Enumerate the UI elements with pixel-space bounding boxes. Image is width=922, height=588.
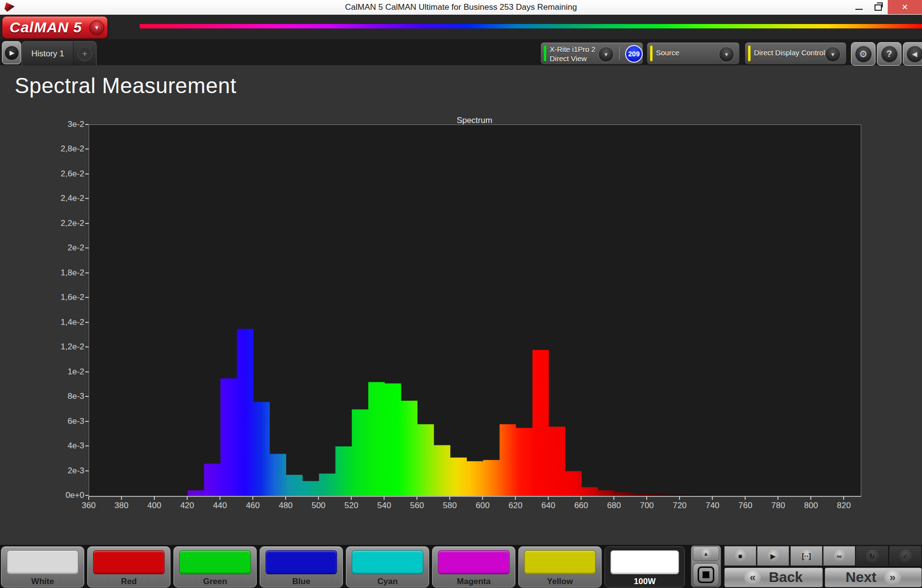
step-button[interactable]: [··] (790, 546, 823, 566)
source-status-stripe (650, 46, 653, 61)
y-tick-label: 8e-3 (0, 392, 84, 401)
tab-bar: ▶ History 1 + X-Rite i1Pro 2 Direct View… (0, 39, 922, 65)
source-dropdown[interactable]: Source ▼ (647, 42, 740, 65)
patch-button-magenta[interactable]: Magenta (432, 546, 515, 588)
patch-swatch (266, 550, 337, 574)
plus-icon: + (77, 47, 92, 61)
ddc-dropdown-arrow[interactable]: ▼ (825, 47, 841, 62)
chevron-down-icon: ▼ (830, 51, 836, 57)
expand-button[interactable]: ▲ (693, 546, 719, 561)
patch-button-blue[interactable]: Blue (260, 546, 343, 588)
y-tick-label: 1e-2 (0, 367, 84, 377)
y-tick-label: 4e-3 (0, 441, 84, 451)
continuous-icon: ∞ (833, 549, 846, 563)
y-tick-label: 1,2e-2 (0, 342, 84, 352)
y-tick-label: 2,2e-2 (0, 219, 84, 228)
play-button[interactable]: ▶ (757, 546, 789, 566)
tab-history-label: History 1 (31, 49, 64, 59)
meter-dropdown-arrow[interactable]: ▼ (598, 47, 614, 62)
collapse-panel-button[interactable]: ◀ (903, 42, 922, 66)
meter-name: X-Rite i1Pro 2 (550, 45, 595, 54)
chevron-down-icon: ▼ (94, 24, 99, 30)
x-tick-mark (482, 496, 483, 500)
x-tick-label: 720 (664, 501, 695, 511)
close-button[interactable]: ✕ (888, 0, 922, 14)
minimize-button[interactable] (849, 0, 869, 14)
y-tick-mark (85, 445, 89, 446)
x-tick-label: 380 (106, 501, 137, 511)
chevron-down-icon: ▼ (724, 51, 729, 57)
tab-scroll-button[interactable]: ▶ (2, 41, 21, 64)
tab-history-1[interactable]: History 1 (22, 41, 74, 66)
ddc-label: Direct Display Control (754, 48, 825, 57)
x-tick-label: 420 (171, 501, 203, 511)
x-tick-label: 480 (270, 501, 301, 511)
x-tick-label: 780 (762, 501, 794, 511)
back-button[interactable]: « Back (724, 567, 823, 588)
step-icon: [··] (800, 549, 813, 563)
patch-button-green[interactable]: Green (173, 546, 257, 588)
help-button[interactable]: ? (877, 42, 901, 66)
x-tick-mark (515, 496, 516, 500)
header-bar: CalMAN 5 ▼ (0, 15, 922, 39)
add-tab-button[interactable]: + (73, 41, 97, 66)
x-tick-label: 580 (434, 501, 465, 511)
x-tick-label: 680 (598, 501, 630, 511)
x-tick-mark (154, 496, 155, 500)
x-tick-label: 700 (631, 501, 662, 511)
back-label: Back (769, 569, 802, 586)
y-tick-label: 1,4e-2 (0, 318, 84, 327)
meter-dropdown[interactable]: X-Rite i1Pro 2 Direct View ▼ 209 (540, 42, 643, 65)
calman-window: CalMAN 5 CalMAN Ultimate for Business 25… (0, 0, 922, 588)
ddc-status-stripe (748, 46, 751, 61)
y-tick-label: 3e-2 (0, 120, 84, 129)
y-tick-label: 2e-2 (0, 243, 84, 253)
y-tick-label: 2,8e-2 (0, 144, 84, 154)
patch-button-cyan[interactable]: Cyan (346, 546, 429, 588)
y-tick-mark (85, 346, 89, 347)
x-tick-mark (712, 496, 713, 500)
y-tick-label: 1,8e-2 (0, 268, 84, 278)
patch-label: White (1, 577, 84, 587)
continuous-button[interactable]: ∞ (823, 546, 855, 566)
x-tick-mark (351, 496, 352, 500)
close-icon: ✕ (901, 2, 908, 12)
meter-text: X-Rite i1Pro 2 Direct View (550, 45, 595, 63)
x-tick-label: 560 (401, 501, 433, 511)
x-tick-mark (548, 496, 549, 500)
play-icon: ▶ (767, 549, 780, 563)
calman-logo-button[interactable]: CalMAN 5 ▼ (2, 16, 108, 39)
minimize-icon (855, 9, 863, 10)
settings-button[interactable]: ⚙ (851, 42, 875, 66)
restore-button[interactable] (869, 0, 887, 14)
patch-button-red[interactable]: Red (87, 546, 170, 588)
y-tick-mark (85, 198, 89, 199)
patch-swatch (7, 550, 78, 574)
refresh-button[interactable]: ↻ (856, 546, 888, 566)
patch-swatch (352, 550, 423, 574)
patch-button-white[interactable]: White (1, 546, 84, 588)
stop-measure-button[interactable] (693, 563, 719, 587)
next-button[interactable]: Next » (825, 567, 922, 588)
x-tick-mark (613, 496, 614, 500)
gear-icon: ⚙ (855, 46, 872, 62)
y-tick-mark (85, 495, 89, 496)
logo-menu-button[interactable]: ▼ (89, 20, 104, 35)
source-dropdown-arrow[interactable]: ▼ (719, 47, 734, 62)
y-tick-mark (85, 297, 89, 298)
patch-button-100w[interactable]: 100W (605, 546, 685, 588)
ddc-dropdown[interactable]: Direct Display Control ▼ (745, 42, 847, 65)
x-tick-label: 440 (204, 501, 236, 511)
patch-button-yellow[interactable]: Yellow (518, 546, 602, 588)
stop-button[interactable]: ■ (724, 546, 756, 566)
x-tick-mark (121, 496, 122, 500)
x-tick-mark (416, 496, 417, 500)
x-tick-mark (777, 496, 778, 500)
accept-button[interactable]: ✓ (889, 546, 922, 566)
y-tick-label: 1,6e-2 (0, 293, 84, 302)
page-title: Spectral Measurement (15, 74, 237, 98)
right-triangle-icon: ▶ (5, 46, 19, 60)
x-tick-mark (187, 496, 188, 500)
x-tick-label: 600 (467, 501, 498, 511)
window-title: CalMAN 5 CalMAN Ultimate for Business 25… (0, 2, 922, 12)
